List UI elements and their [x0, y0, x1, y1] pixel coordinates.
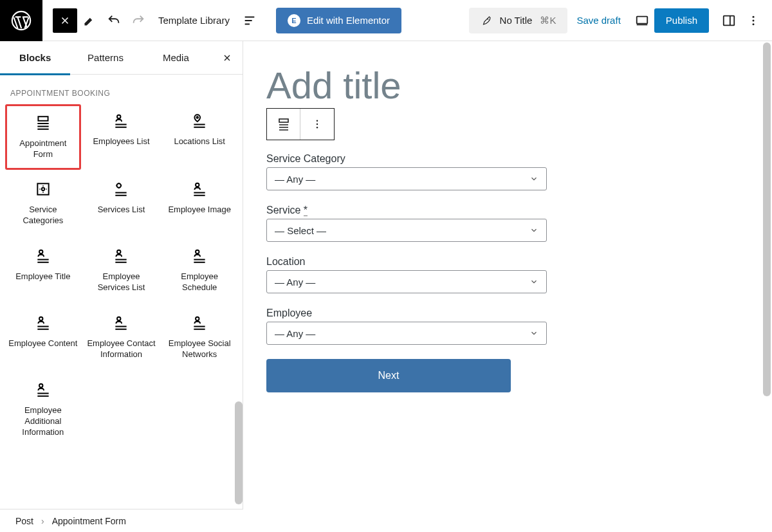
block-item-label: Employee Title: [15, 271, 70, 282]
block-item-service-categories[interactable]: Service Categories: [5, 172, 81, 237]
svg-point-10: [42, 188, 44, 190]
undo-button[interactable]: [102, 8, 126, 33]
svg-rect-2: [724, 15, 735, 25]
svg-point-18: [196, 317, 199, 320]
block-toolbar: [266, 108, 335, 140]
settings-panel-icon[interactable]: [717, 8, 741, 33]
field-select-service[interactable]: — Select —: [266, 219, 547, 242]
svg-point-17: [118, 317, 121, 320]
page-scrollbar[interactable]: [763, 42, 771, 396]
block-item-employee-social-networks[interactable]: Employee Social Networks: [161, 306, 237, 371]
block-item-label: Services List: [98, 205, 145, 216]
block-item-label: Employee Services List: [86, 271, 157, 293]
preview-icon[interactable]: [630, 8, 654, 33]
command-palette-label: No Title: [500, 15, 533, 26]
svg-point-19: [39, 384, 42, 387]
gear-box-icon: [34, 180, 52, 198]
command-palette-shortcut: ⌘K: [540, 15, 556, 26]
block-item-label: Appointment Form: [10, 138, 77, 160]
appointment-form-preview: Service Category — Any —Service *— Selec…: [266, 153, 547, 392]
block-item-employee-additional-information[interactable]: Employee Additional Information: [5, 373, 81, 446]
editor-canvas: Add title Service Category — Any —Servic…: [243, 41, 772, 509]
close-inserter-button[interactable]: [53, 8, 77, 33]
form-icon: [34, 114, 52, 132]
edit-mode-icon[interactable]: [77, 8, 102, 33]
command-palette-button[interactable]: No Title ⌘K: [469, 8, 568, 33]
svg-point-5: [753, 23, 755, 25]
block-item-label: Employee Image: [168, 205, 231, 216]
block-item-label: Employee Additional Information: [8, 405, 78, 438]
field-value: — Select —: [275, 225, 326, 236]
block-more-icon[interactable]: [300, 109, 334, 140]
field-label: Service Category: [266, 153, 547, 165]
block-breadcrumb: Post › Appointment Form: [0, 509, 243, 532]
block-item-employees-list[interactable]: Employees List: [84, 104, 160, 170]
chevron-down-icon: [529, 329, 538, 338]
block-item-locations-list[interactable]: Locations List: [161, 104, 237, 170]
block-item-label: Service Categories: [8, 205, 78, 226]
block-item-employee-content[interactable]: Employee Content: [5, 306, 81, 371]
svg-rect-1: [637, 16, 648, 23]
redo-button[interactable]: [126, 8, 151, 33]
person-list-icon: [190, 247, 208, 265]
elementor-badge-icon: E: [288, 14, 300, 27]
required-marker: *: [304, 205, 308, 216]
person-list-icon: [112, 314, 130, 332]
more-options-icon[interactable]: [741, 8, 766, 33]
svg-point-23: [317, 127, 318, 128]
section-title: APPOINTMENT BOOKING: [0, 75, 243, 104]
field-label: Service *: [266, 205, 547, 216]
svg-point-3: [753, 15, 755, 17]
inserter-tabs: Blocks Patterns Media: [0, 41, 243, 75]
field-label: Employee: [266, 307, 547, 319]
block-item-label: Employees List: [93, 136, 149, 147]
block-type-icon[interactable]: [267, 109, 300, 140]
field-value: — Any —: [275, 174, 315, 185]
block-item-label: Employee Social Networks: [164, 338, 235, 360]
block-item-services-list[interactable]: Services List: [84, 172, 160, 237]
wordpress-logo[interactable]: [0, 0, 42, 41]
breadcrumb-root[interactable]: Post: [15, 516, 33, 526]
person-list-icon: [112, 247, 130, 265]
tab-patterns[interactable]: Patterns: [70, 41, 140, 75]
field-select-location[interactable]: — Any —: [266, 270, 547, 293]
template-library-button[interactable]: Template Library: [158, 15, 230, 26]
post-title-input[interactable]: Add title: [266, 67, 749, 104]
person-list-icon: [34, 247, 52, 265]
svg-point-11: [117, 183, 122, 188]
edit-with-elementor-button[interactable]: E Edit with Elementor: [276, 8, 401, 33]
tab-blocks[interactable]: Blocks: [0, 41, 70, 75]
block-item-employee-schedule[interactable]: Employee Schedule: [161, 239, 237, 304]
block-item-employee-services-list[interactable]: Employee Services List: [84, 239, 160, 304]
svg-point-16: [39, 317, 42, 320]
person-list-icon: [112, 112, 130, 130]
svg-point-12: [196, 183, 199, 187]
svg-rect-20: [279, 119, 288, 122]
editor-main: Blocks Patterns Media APPOINTMENT BOOKIN…: [0, 41, 772, 509]
block-item-employee-contact-information[interactable]: Employee Contact Information: [84, 306, 160, 371]
chevron-right-icon: ›: [41, 516, 44, 526]
svg-rect-9: [37, 183, 48, 194]
next-button[interactable]: Next: [266, 359, 511, 392]
block-item-label: Employee Content: [8, 338, 77, 349]
svg-point-13: [39, 250, 42, 253]
person-list-icon: [34, 381, 52, 399]
block-item-label: Locations List: [174, 136, 225, 147]
save-draft-link[interactable]: Save draft: [576, 15, 620, 26]
tab-media[interactable]: Media: [141, 41, 211, 75]
block-item-appointment-form[interactable]: Appointment Form: [5, 104, 81, 170]
chevron-down-icon: [529, 226, 538, 235]
elementor-button-label: Edit with Elementor: [307, 15, 390, 26]
publish-button[interactable]: Publish: [654, 8, 709, 33]
close-tabs-icon[interactable]: [211, 53, 243, 63]
field-select-service-category[interactable]: — Any —: [266, 167, 547, 190]
block-inserter-sidebar: Blocks Patterns Media APPOINTMENT BOOKIN…: [0, 41, 243, 509]
chevron-down-icon: [529, 277, 538, 286]
document-overview-icon[interactable]: [237, 8, 262, 33]
field-select-employee[interactable]: — Any —: [266, 322, 547, 345]
block-item-employee-title[interactable]: Employee Title: [5, 239, 81, 304]
block-item-employee-image[interactable]: Employee Image: [161, 172, 237, 237]
top-toolbar: Template Library E Edit with Elementor N…: [0, 0, 772, 41]
pin-list-icon: [190, 112, 208, 130]
sidebar-scrollbar[interactable]: [235, 401, 243, 504]
